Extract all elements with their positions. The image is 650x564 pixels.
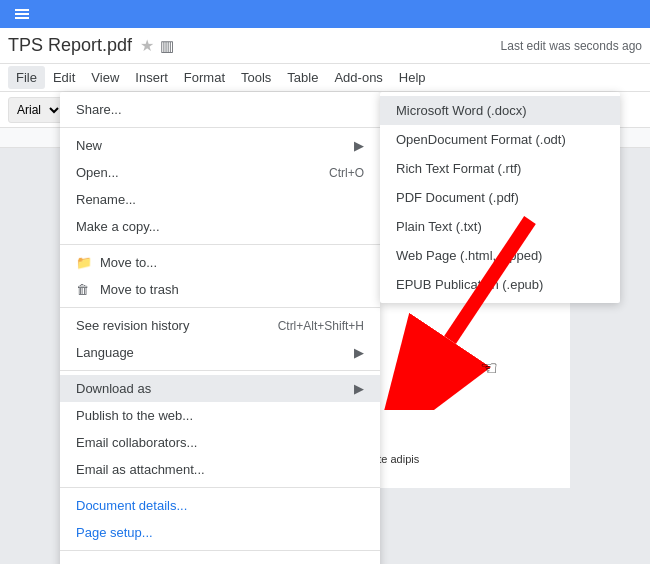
menu-page-setup[interactable]: Page setup... [60, 519, 380, 546]
menu-view[interactable]: View [83, 66, 127, 89]
document-title: TPS Report.pdf [8, 35, 132, 56]
menu-print[interactable]: 🖨Print Ctrl+P [60, 555, 380, 564]
menu-revision-history[interactable]: See revision history Ctrl+Alt+Shift+H [60, 312, 380, 339]
separator-3 [60, 307, 380, 308]
trash-icon: 🗑 [76, 282, 96, 297]
menu-open[interactable]: Open... Ctrl+O [60, 159, 380, 186]
menu-download-as[interactable]: Download as ▶ [60, 375, 380, 402]
separator-5 [60, 487, 380, 488]
menu-new[interactable]: New ▶ [60, 132, 380, 159]
menu-make-copy[interactable]: Make a copy... [60, 213, 380, 240]
file-dropdown-menu: Share... New ▶ Open... Ctrl+O Rename... … [60, 92, 380, 564]
menu-language[interactable]: Language ▶ [60, 339, 380, 366]
doc-icon [15, 9, 29, 19]
menu-file[interactable]: File [8, 66, 45, 89]
download-html[interactable]: Web Page (.html, zipped) [380, 241, 620, 270]
top-bar [0, 0, 650, 28]
folder-icon[interactable]: ▥ [160, 37, 174, 55]
menu-move-to[interactable]: 📁Move to... [60, 249, 380, 276]
last-edit-text: Last edit was seconds ago [501, 39, 642, 53]
separator-1 [60, 127, 380, 128]
title-bar: TPS Report.pdf ★ ▥ Last edit was seconds… [0, 28, 650, 64]
download-pdf[interactable]: PDF Document (.pdf) [380, 183, 620, 212]
folder-icon: 📁 [76, 255, 96, 270]
separator-4 [60, 370, 380, 371]
menu-bar: File Edit View Insert Format Tools Table… [0, 64, 650, 92]
menu-table[interactable]: Table [279, 66, 326, 89]
menu-email-attachment[interactable]: Email as attachment... [60, 456, 380, 483]
menu-edit[interactable]: Edit [45, 66, 83, 89]
menu-share[interactable]: Share... [60, 96, 380, 123]
menu-addons[interactable]: Add-ons [326, 66, 390, 89]
menu-publish-web[interactable]: Publish to the web... [60, 402, 380, 429]
menu-insert[interactable]: Insert [127, 66, 176, 89]
menu-help[interactable]: Help [391, 66, 434, 89]
menu-email-collaborators[interactable]: Email collaborators... [60, 429, 380, 456]
menu-format[interactable]: Format [176, 66, 233, 89]
menu-tools[interactable]: Tools [233, 66, 279, 89]
menu-move-trash[interactable]: 🗑Move to trash [60, 276, 380, 303]
download-rtf[interactable]: Rich Text Format (.rtf) [380, 154, 620, 183]
star-icon[interactable]: ★ [140, 36, 154, 55]
menu-rename[interactable]: Rename... [60, 186, 380, 213]
download-as-submenu: Microsoft Word (.docx) OpenDocument Form… [380, 92, 620, 303]
download-txt[interactable]: Plain Text (.txt) [380, 212, 620, 241]
download-docx[interactable]: Microsoft Word (.docx) [380, 96, 620, 125]
download-epub[interactable]: EPUB Publication (.epub) [380, 270, 620, 299]
separator-6 [60, 550, 380, 551]
separator-2 [60, 244, 380, 245]
menu-document-details[interactable]: Document details... [60, 492, 380, 519]
font-family-select[interactable]: Arial [8, 97, 63, 123]
app-icon [8, 0, 36, 28]
download-odt[interactable]: OpenDocument Format (.odt) [380, 125, 620, 154]
